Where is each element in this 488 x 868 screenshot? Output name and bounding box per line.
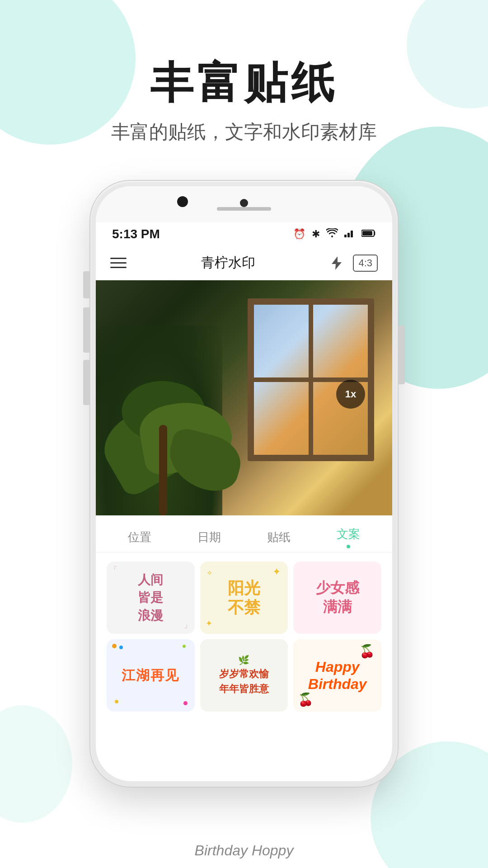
sticker-deco-br: 」 [184, 621, 191, 630]
photo-background: 1x [96, 280, 392, 515]
main-title: 丰富贴纸 [0, 59, 488, 107]
phone-outer: 5:13 PM ⏰ ✱ [90, 181, 398, 787]
photo-area: 1x [96, 280, 392, 515]
status-bar: 5:13 PM ⏰ ✱ [96, 222, 392, 246]
side-button-vol-down [83, 360, 89, 405]
side-button-power [399, 326, 405, 384]
tab-sticker[interactable]: 贴纸 [267, 529, 291, 545]
bottom-panel: 位置 日期 贴纸 文案 [96, 515, 392, 721]
sub-title: 丰富的贴纸，文字和水印素材库 [0, 119, 488, 145]
tab-bar: 位置 日期 贴纸 文案 [96, 515, 392, 552]
header-right: 4:3 [329, 255, 378, 272]
svg-rect-2 [351, 231, 353, 237]
front-camera-icon [240, 199, 248, 207]
sticker-text-sunshine: 阳光不禁 [228, 578, 260, 617]
tab-active-dot [347, 545, 350, 548]
side-button-mute [83, 271, 89, 298]
sticker-girl[interactable]: 少女感满满 [293, 561, 381, 634]
side-button-vol-up [83, 307, 89, 353]
sticker-jianghu[interactable]: 江湖再见 [107, 639, 195, 712]
svg-rect-1 [347, 233, 350, 237]
signal-icon [344, 228, 355, 240]
tab-copy[interactable]: 文案 [337, 526, 360, 548]
sticker-text-birthday: HappyBirthday [308, 658, 367, 693]
alarm-icon: ⏰ [293, 228, 305, 240]
sticker-text-jianghu: 江湖再见 [122, 666, 179, 685]
wifi-icon [326, 228, 338, 240]
selfie-camera-icon [177, 196, 188, 207]
bottom-label-area: Birthday Hoppy [0, 842, 488, 859]
sticker-romantic[interactable]: 「 人间皆是浪漫 」 [107, 561, 195, 634]
sticker-text-girl: 少女感满满 [316, 579, 359, 616]
phone-screen: 5:13 PM ⏰ ✱ [96, 186, 392, 781]
status-time: 5:13 PM [112, 227, 160, 241]
sticker-grid: 「 人间皆是浪漫 」 ✦ ✦ ✧ 阳光不禁 [96, 552, 392, 721]
sticker-text-happy-year: 岁岁常欢愉年年皆胜意 [219, 666, 269, 696]
sticker-deco-tl: 「 [110, 565, 117, 575]
svg-rect-0 [344, 235, 347, 237]
speaker-icon [217, 207, 271, 211]
sticker-text-romantic: 人间皆是浪漫 [138, 571, 163, 624]
tab-copy-label: 文案 [337, 526, 360, 542]
app-header: 青柠水印 4:3 [96, 246, 392, 280]
app-title: 青柠水印 [201, 254, 255, 272]
window-bar-v [309, 305, 313, 455]
bluetooth-icon: ✱ [312, 228, 320, 240]
tab-location[interactable]: 位置 [128, 529, 151, 545]
phone-top-bar [96, 186, 392, 222]
plant-stem [159, 425, 167, 515]
flash-button[interactable] [329, 256, 344, 270]
text-section: 丰富贴纸 丰富的贴纸，文字和水印素材库 [0, 59, 488, 145]
battery-icon [361, 228, 376, 240]
menu-button[interactable] [110, 258, 127, 268]
zoom-badge[interactable]: 1x [336, 380, 365, 409]
blob-bottom-left [0, 705, 72, 823]
tab-location-label: 位置 [128, 529, 151, 545]
tab-date-label: 日期 [197, 529, 221, 545]
sticker-happy-year[interactable]: 🌿 岁岁常欢愉年年皆胜意 [200, 639, 288, 712]
tab-date[interactable]: 日期 [197, 529, 221, 545]
svg-rect-4 [362, 231, 372, 236]
phone-mockup: 5:13 PM ⏰ ✱ [90, 181, 398, 787]
bottom-label: Birthday Hoppy [195, 842, 294, 859]
window-decoration [248, 298, 374, 461]
sticker-sunshine[interactable]: ✦ ✦ ✧ 阳光不禁 [200, 561, 288, 634]
ratio-button[interactable]: 4:3 [353, 255, 378, 272]
status-icons: ⏰ ✱ [293, 228, 376, 240]
tab-sticker-label: 贴纸 [267, 529, 291, 545]
sticker-birthday[interactable]: 🍒 🍒 HappyBirthday [293, 639, 381, 712]
